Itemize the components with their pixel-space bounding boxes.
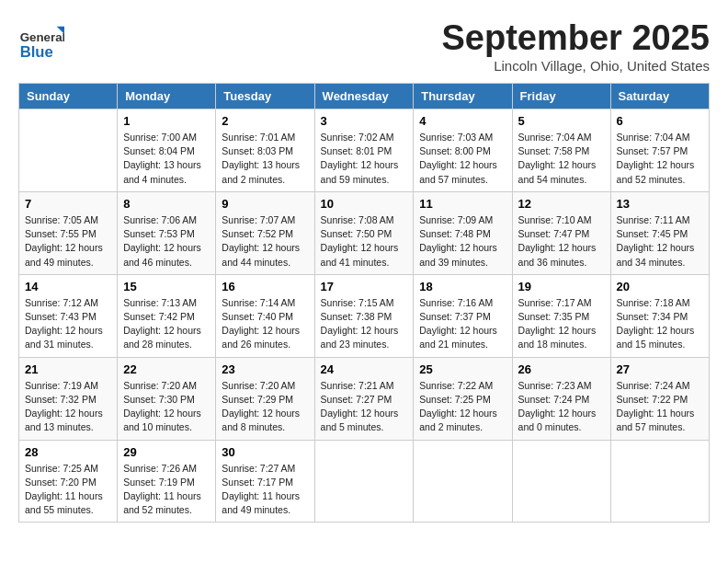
day-number: 8	[123, 197, 210, 211]
day-info: Sunrise: 7:20 AMSunset: 7:30 PMDaylight:…	[123, 379, 210, 435]
calendar-cell: 10Sunrise: 7:08 AMSunset: 7:50 PMDayligh…	[314, 191, 414, 274]
month-title: September 2025	[442, 18, 711, 58]
calendar-cell: 29Sunrise: 7:26 AMSunset: 7:19 PMDayligh…	[118, 440, 216, 523]
day-info: Sunrise: 7:11 AMSunset: 7:45 PMDaylight:…	[617, 213, 703, 270]
calendar-cell: 24Sunrise: 7:21 AMSunset: 7:27 PMDayligh…	[314, 357, 414, 440]
day-info: Sunrise: 7:00 AMSunset: 8:04 PMDaylight:…	[123, 131, 210, 187]
calendar-cell: 26Sunrise: 7:23 AMSunset: 7:24 PMDayligh…	[512, 357, 610, 440]
location: Lincoln Village, Ohio, United States	[442, 58, 711, 74]
weekday-header-saturday: Saturday	[610, 84, 709, 109]
calendar-cell: 5Sunrise: 7:04 AMSunset: 7:58 PMDaylight…	[512, 109, 610, 192]
weekday-header-friday: Friday	[512, 84, 610, 109]
day-info: Sunrise: 7:18 AMSunset: 7:34 PMDaylight:…	[617, 296, 703, 352]
page-header: General Blue September 2025 Lincoln Vill…	[18, 18, 710, 74]
day-number: 17	[321, 280, 408, 293]
svg-text:Blue: Blue	[20, 43, 53, 61]
day-number: 18	[419, 280, 506, 293]
calendar-cell: 15Sunrise: 7:13 AMSunset: 7:42 PMDayligh…	[118, 274, 216, 357]
day-number: 2	[222, 114, 308, 128]
day-info: Sunrise: 7:02 AMSunset: 8:01 PMDaylight:…	[321, 131, 408, 187]
calendar-week-4: 21Sunrise: 7:19 AMSunset: 7:32 PMDayligh…	[19, 357, 710, 440]
calendar-cell: 6Sunrise: 7:04 AMSunset: 7:57 PMDaylight…	[610, 109, 709, 192]
day-number: 27	[617, 362, 703, 376]
day-number: 28	[25, 445, 111, 459]
calendar-cell: 20Sunrise: 7:18 AMSunset: 7:34 PMDayligh…	[610, 274, 709, 357]
day-number: 22	[123, 362, 210, 376]
calendar-cell: 17Sunrise: 7:15 AMSunset: 7:38 PMDayligh…	[314, 274, 414, 357]
day-info: Sunrise: 7:13 AMSunset: 7:42 PMDaylight:…	[123, 296, 210, 352]
day-number: 14	[25, 280, 111, 293]
day-info: Sunrise: 7:08 AMSunset: 7:50 PMDaylight:…	[321, 213, 408, 270]
day-number: 1	[123, 114, 210, 128]
day-number: 19	[518, 280, 605, 293]
day-info: Sunrise: 7:04 AMSunset: 7:57 PMDaylight:…	[617, 131, 703, 187]
calendar-cell	[314, 440, 414, 523]
calendar-cell: 19Sunrise: 7:17 AMSunset: 7:35 PMDayligh…	[512, 274, 610, 357]
day-info: Sunrise: 7:21 AMSunset: 7:27 PMDaylight:…	[321, 379, 408, 435]
day-info: Sunrise: 7:06 AMSunset: 7:53 PMDaylight:…	[123, 213, 210, 270]
calendar-cell: 7Sunrise: 7:05 AMSunset: 7:55 PMDaylight…	[19, 191, 118, 274]
day-info: Sunrise: 7:10 AMSunset: 7:47 PMDaylight:…	[518, 213, 605, 270]
day-number: 6	[617, 114, 703, 128]
day-number: 12	[518, 197, 605, 211]
calendar-cell: 28Sunrise: 7:25 AMSunset: 7:20 PMDayligh…	[19, 440, 118, 523]
day-info: Sunrise: 7:23 AMSunset: 7:24 PMDaylight:…	[518, 379, 605, 435]
day-number: 9	[222, 197, 308, 211]
calendar-cell: 30Sunrise: 7:27 AMSunset: 7:17 PMDayligh…	[216, 440, 314, 523]
day-info: Sunrise: 7:25 AMSunset: 7:20 PMDaylight:…	[25, 462, 111, 518]
day-info: Sunrise: 7:07 AMSunset: 7:52 PMDaylight:…	[222, 213, 308, 270]
day-number: 7	[25, 197, 111, 211]
calendar-cell: 8Sunrise: 7:06 AMSunset: 7:53 PMDaylight…	[118, 191, 216, 274]
calendar-cell: 9Sunrise: 7:07 AMSunset: 7:52 PMDaylight…	[216, 191, 314, 274]
day-number: 5	[518, 114, 605, 128]
day-number: 10	[321, 197, 408, 211]
calendar-cell: 13Sunrise: 7:11 AMSunset: 7:45 PMDayligh…	[610, 191, 709, 274]
calendar-cell	[19, 109, 118, 192]
calendar-cell: 27Sunrise: 7:24 AMSunset: 7:22 PMDayligh…	[610, 357, 709, 440]
day-info: Sunrise: 7:12 AMSunset: 7:43 PMDaylight:…	[25, 296, 111, 352]
day-info: Sunrise: 7:26 AMSunset: 7:19 PMDaylight:…	[123, 462, 210, 518]
calendar-cell: 25Sunrise: 7:22 AMSunset: 7:25 PMDayligh…	[414, 357, 512, 440]
day-info: Sunrise: 7:05 AMSunset: 7:55 PMDaylight:…	[25, 213, 111, 270]
calendar-cell: 11Sunrise: 7:09 AMSunset: 7:48 PMDayligh…	[414, 191, 512, 274]
calendar-cell: 21Sunrise: 7:19 AMSunset: 7:32 PMDayligh…	[19, 357, 118, 440]
day-number: 29	[123, 445, 210, 459]
calendar-cell	[512, 440, 610, 523]
calendar-week-3: 14Sunrise: 7:12 AMSunset: 7:43 PMDayligh…	[19, 274, 710, 357]
calendar-cell: 23Sunrise: 7:20 AMSunset: 7:29 PMDayligh…	[216, 357, 314, 440]
day-number: 11	[419, 197, 506, 211]
day-info: Sunrise: 7:01 AMSunset: 8:03 PMDaylight:…	[222, 131, 308, 187]
day-number: 21	[25, 362, 111, 376]
calendar-week-5: 28Sunrise: 7:25 AMSunset: 7:20 PMDayligh…	[19, 440, 710, 523]
day-number: 20	[617, 280, 703, 293]
day-number: 15	[123, 280, 210, 293]
weekday-header-sunday: Sunday	[19, 84, 118, 109]
weekday-header-tuesday: Tuesday	[216, 84, 314, 109]
day-info: Sunrise: 7:19 AMSunset: 7:32 PMDaylight:…	[25, 379, 111, 435]
day-info: Sunrise: 7:17 AMSunset: 7:35 PMDaylight:…	[518, 296, 605, 352]
day-number: 26	[518, 362, 605, 376]
calendar-cell: 12Sunrise: 7:10 AMSunset: 7:47 PMDayligh…	[512, 191, 610, 274]
calendar-cell	[610, 440, 709, 523]
day-number: 25	[419, 362, 506, 376]
day-number: 4	[419, 114, 506, 128]
weekday-header-wednesday: Wednesday	[314, 84, 414, 109]
day-info: Sunrise: 7:03 AMSunset: 8:00 PMDaylight:…	[419, 131, 506, 187]
day-info: Sunrise: 7:22 AMSunset: 7:25 PMDaylight:…	[419, 379, 506, 435]
weekday-header-monday: Monday	[118, 84, 216, 109]
day-info: Sunrise: 7:20 AMSunset: 7:29 PMDaylight:…	[222, 379, 308, 435]
calendar-cell: 4Sunrise: 7:03 AMSunset: 8:00 PMDaylight…	[414, 109, 512, 192]
calendar-week-1: 1Sunrise: 7:00 AMSunset: 8:04 PMDaylight…	[19, 109, 710, 192]
day-number: 3	[321, 114, 408, 128]
calendar-cell: 2Sunrise: 7:01 AMSunset: 8:03 PMDaylight…	[216, 109, 314, 192]
day-number: 16	[222, 280, 308, 293]
day-number: 23	[222, 362, 308, 376]
calendar-cell: 22Sunrise: 7:20 AMSunset: 7:30 PMDayligh…	[118, 357, 216, 440]
logo: General Blue	[18, 18, 68, 64]
day-number: 24	[321, 362, 408, 376]
day-info: Sunrise: 7:16 AMSunset: 7:37 PMDaylight:…	[419, 296, 506, 352]
day-info: Sunrise: 7:04 AMSunset: 7:58 PMDaylight:…	[518, 131, 605, 187]
calendar-cell: 16Sunrise: 7:14 AMSunset: 7:40 PMDayligh…	[216, 274, 314, 357]
calendar-week-2: 7Sunrise: 7:05 AMSunset: 7:55 PMDaylight…	[19, 191, 710, 274]
day-info: Sunrise: 7:15 AMSunset: 7:38 PMDaylight:…	[321, 296, 408, 352]
